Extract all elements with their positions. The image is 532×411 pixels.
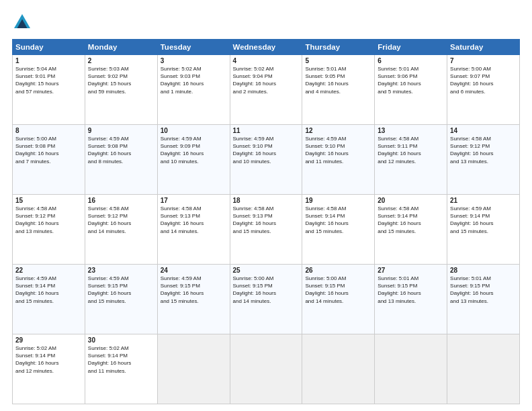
day-number: 23: [88, 267, 154, 274]
cell-info: Sunrise: 5:02 AM Sunset: 9:03 PM Dayligh…: [161, 65, 227, 95]
cell-info: Sunrise: 5:01 AM Sunset: 9:15 PM Dayligh…: [450, 275, 517, 305]
day-number: 6: [378, 57, 444, 64]
day-number: 13: [378, 127, 444, 134]
calendar-body: 1Sunrise: 5:04 AM Sunset: 9:01 PM Daylig…: [13, 55, 520, 404]
cell-info: Sunrise: 4:59 AM Sunset: 9:15 PM Dayligh…: [161, 275, 227, 305]
calendar-cell: 29Sunrise: 5:02 AM Sunset: 9:14 PM Dayli…: [13, 334, 85, 404]
calendar-cell: 14Sunrise: 4:58 AM Sunset: 9:12 PM Dayli…: [447, 125, 520, 195]
day-number: 28: [450, 267, 517, 274]
calendar-cell: 18Sunrise: 4:58 AM Sunset: 9:13 PM Dayli…: [230, 195, 302, 265]
calendar-cell: 8Sunrise: 5:00 AM Sunset: 9:08 PM Daylig…: [13, 125, 85, 195]
day-number: 18: [233, 197, 300, 204]
cell-info: Sunrise: 5:01 AM Sunset: 9:05 PM Dayligh…: [305, 65, 371, 95]
page: SundayMondayTuesdayWednesdayThursdayFrid…: [0, 0, 532, 411]
calendar-cell: 10Sunrise: 4:59 AM Sunset: 9:09 PM Dayli…: [157, 125, 230, 195]
day-number: 16: [88, 197, 154, 204]
calendar-cell: 7Sunrise: 5:00 AM Sunset: 9:07 PM Daylig…: [447, 55, 520, 125]
calendar-cell: 9Sunrise: 4:59 AM Sunset: 9:08 PM Daylig…: [85, 125, 157, 195]
calendar-cell: 12Sunrise: 4:59 AM Sunset: 9:10 PM Dayli…: [302, 125, 375, 195]
weekday-header-row: SundayMondayTuesdayWednesdayThursdayFrid…: [13, 40, 520, 55]
calendar-cell: 3Sunrise: 5:02 AM Sunset: 9:03 PM Daylig…: [157, 55, 230, 125]
day-number: 19: [305, 197, 371, 204]
calendar-table: SundayMondayTuesdayWednesdayThursdayFrid…: [12, 39, 520, 404]
calendar-week-2: 15Sunrise: 4:58 AM Sunset: 9:12 PM Dayli…: [13, 195, 520, 265]
day-number: 24: [161, 267, 227, 274]
day-number: 7: [450, 57, 517, 64]
cell-info: Sunrise: 4:58 AM Sunset: 9:12 PM Dayligh…: [88, 205, 154, 235]
calendar-cell: 22Sunrise: 4:59 AM Sunset: 9:14 PM Dayli…: [13, 265, 85, 334]
calendar-week-1: 8Sunrise: 5:00 AM Sunset: 9:08 PM Daylig…: [13, 125, 520, 195]
calendar-cell: 23Sunrise: 4:59 AM Sunset: 9:15 PM Dayli…: [85, 265, 157, 334]
cell-info: Sunrise: 4:58 AM Sunset: 9:12 PM Dayligh…: [450, 135, 517, 165]
cell-info: Sunrise: 4:59 AM Sunset: 9:10 PM Dayligh…: [233, 135, 300, 165]
day-number: 2: [88, 57, 154, 64]
calendar-cell: 26Sunrise: 5:00 AM Sunset: 9:15 PM Dayli…: [302, 265, 375, 334]
day-number: 9: [88, 127, 154, 134]
cell-info: Sunrise: 4:58 AM Sunset: 9:12 PM Dayligh…: [15, 205, 82, 235]
day-number: 14: [450, 127, 517, 134]
cell-info: Sunrise: 4:58 AM Sunset: 9:14 PM Dayligh…: [378, 205, 444, 235]
calendar-cell: [375, 334, 447, 404]
cell-info: Sunrise: 4:58 AM Sunset: 9:13 PM Dayligh…: [233, 205, 300, 235]
day-number: 1: [15, 57, 82, 64]
weekday-header-sunday: Sunday: [13, 40, 85, 55]
cell-info: Sunrise: 5:03 AM Sunset: 9:02 PM Dayligh…: [88, 65, 154, 95]
calendar-cell: 17Sunrise: 4:58 AM Sunset: 9:13 PM Dayli…: [157, 195, 230, 265]
cell-info: Sunrise: 4:59 AM Sunset: 9:09 PM Dayligh…: [161, 135, 227, 165]
day-number: 4: [233, 57, 300, 64]
day-number: 10: [161, 127, 227, 134]
logo-icon: [12, 12, 32, 32]
cell-info: Sunrise: 4:58 AM Sunset: 9:14 PM Dayligh…: [305, 205, 371, 235]
day-number: 25: [233, 267, 300, 274]
cell-info: Sunrise: 5:01 AM Sunset: 9:06 PM Dayligh…: [378, 65, 444, 95]
day-number: 11: [233, 127, 300, 134]
logo: [12, 12, 36, 32]
weekday-header-saturday: Saturday: [447, 40, 520, 55]
cell-info: Sunrise: 5:02 AM Sunset: 9:14 PM Dayligh…: [88, 345, 154, 375]
day-number: 17: [161, 197, 227, 204]
calendar-cell: 27Sunrise: 5:01 AM Sunset: 9:15 PM Dayli…: [375, 265, 447, 334]
header: [12, 12, 520, 32]
weekday-header-tuesday: Tuesday: [157, 40, 230, 55]
weekday-header-thursday: Thursday: [302, 40, 375, 55]
day-number: 30: [88, 336, 154, 344]
day-number: 5: [305, 57, 371, 64]
day-number: 27: [378, 267, 444, 274]
cell-info: Sunrise: 5:00 AM Sunset: 9:15 PM Dayligh…: [233, 275, 300, 305]
calendar-cell: 20Sunrise: 4:58 AM Sunset: 9:14 PM Dayli…: [375, 195, 447, 265]
calendar-cell: 30Sunrise: 5:02 AM Sunset: 9:14 PM Dayli…: [85, 334, 157, 404]
calendar-week-0: 1Sunrise: 5:04 AM Sunset: 9:01 PM Daylig…: [13, 55, 520, 125]
cell-info: Sunrise: 5:02 AM Sunset: 9:04 PM Dayligh…: [233, 65, 300, 95]
calendar-cell: 1Sunrise: 5:04 AM Sunset: 9:01 PM Daylig…: [13, 55, 85, 125]
weekday-header-friday: Friday: [375, 40, 447, 55]
cell-info: Sunrise: 5:01 AM Sunset: 9:15 PM Dayligh…: [378, 275, 444, 305]
cell-info: Sunrise: 5:00 AM Sunset: 9:07 PM Dayligh…: [450, 65, 517, 95]
calendar-cell: 16Sunrise: 4:58 AM Sunset: 9:12 PM Dayli…: [85, 195, 157, 265]
calendar-cell: 13Sunrise: 4:58 AM Sunset: 9:11 PM Dayli…: [375, 125, 447, 195]
calendar-cell: [157, 334, 230, 404]
day-number: 26: [305, 267, 371, 274]
calendar-cell: 5Sunrise: 5:01 AM Sunset: 9:05 PM Daylig…: [302, 55, 375, 125]
day-number: 12: [305, 127, 371, 134]
day-number: 15: [15, 197, 82, 204]
calendar-cell: 19Sunrise: 4:58 AM Sunset: 9:14 PM Dayli…: [302, 195, 375, 265]
calendar-cell: 4Sunrise: 5:02 AM Sunset: 9:04 PM Daylig…: [230, 55, 302, 125]
cell-info: Sunrise: 4:59 AM Sunset: 9:15 PM Dayligh…: [88, 275, 154, 305]
cell-info: Sunrise: 5:00 AM Sunset: 9:08 PM Dayligh…: [15, 135, 82, 165]
calendar-week-3: 22Sunrise: 4:59 AM Sunset: 9:14 PM Dayli…: [13, 265, 520, 334]
calendar-cell: [302, 334, 375, 404]
day-number: 22: [15, 267, 82, 274]
calendar-cell: 2Sunrise: 5:03 AM Sunset: 9:02 PM Daylig…: [85, 55, 157, 125]
cell-info: Sunrise: 4:59 AM Sunset: 9:08 PM Dayligh…: [88, 135, 154, 165]
cell-info: Sunrise: 4:58 AM Sunset: 9:13 PM Dayligh…: [161, 205, 227, 235]
calendar-cell: 25Sunrise: 5:00 AM Sunset: 9:15 PM Dayli…: [230, 265, 302, 334]
cell-info: Sunrise: 5:02 AM Sunset: 9:14 PM Dayligh…: [15, 345, 82, 375]
calendar-cell: 11Sunrise: 4:59 AM Sunset: 9:10 PM Dayli…: [230, 125, 302, 195]
day-number: 3: [161, 57, 227, 64]
calendar-cell: 15Sunrise: 4:58 AM Sunset: 9:12 PM Dayli…: [13, 195, 85, 265]
day-number: 20: [378, 197, 444, 204]
cell-info: Sunrise: 4:59 AM Sunset: 9:14 PM Dayligh…: [450, 205, 517, 235]
cell-info: Sunrise: 5:04 AM Sunset: 9:01 PM Dayligh…: [15, 65, 82, 95]
calendar-cell: 24Sunrise: 4:59 AM Sunset: 9:15 PM Dayli…: [157, 265, 230, 334]
calendar-cell: 28Sunrise: 5:01 AM Sunset: 9:15 PM Dayli…: [447, 265, 520, 334]
